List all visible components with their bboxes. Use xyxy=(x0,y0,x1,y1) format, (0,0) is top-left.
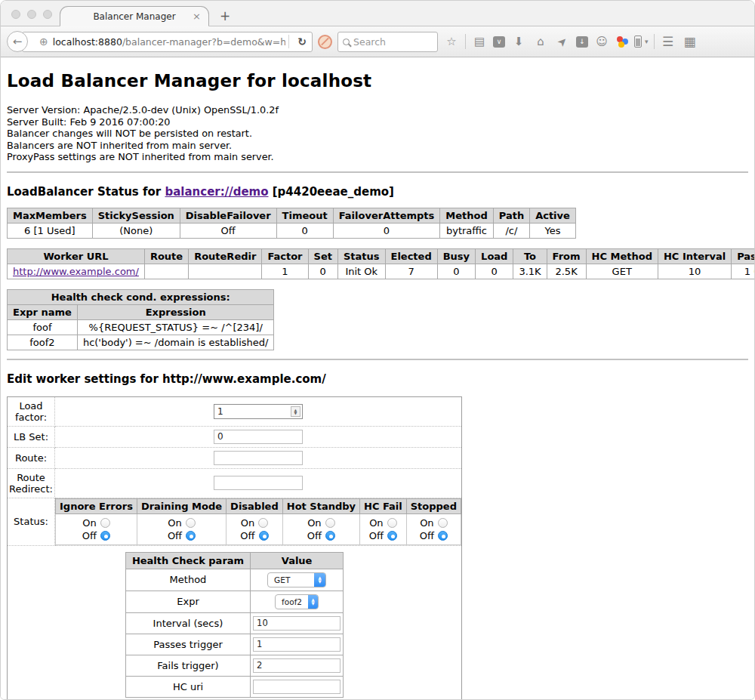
hc-method-select[interactable]: GET ▲▼ xyxy=(267,572,326,587)
close-window-button[interactable] xyxy=(11,10,20,19)
worker-status-table: Worker URL Route RouteRedir Factor Set S… xyxy=(7,248,755,279)
load-factor-label: Load factor: xyxy=(8,396,55,426)
off-label: Off xyxy=(82,529,97,542)
form-row-load-factor: Load factor: ▲▼ xyxy=(8,396,462,426)
table-row: foof2 hc('body') =~ /domain is establish… xyxy=(8,335,274,350)
zoom-window-button[interactable] xyxy=(43,10,52,19)
draining-mode-on-radio[interactable] xyxy=(186,518,196,528)
cell-load: 0 xyxy=(476,264,513,279)
hc-interval-input[interactable] xyxy=(253,616,341,631)
bookmark-star-icon[interactable]: ☆ xyxy=(443,36,460,48)
lb-status-heading-prefix: LoadBalancer Status for xyxy=(7,185,165,199)
ignore-errors-off-radio[interactable] xyxy=(100,531,110,541)
hc-expr-select[interactable]: foof2 ▲▼ xyxy=(275,594,319,609)
hc-uri-input[interactable] xyxy=(253,680,341,694)
tab-title: Balancer Manager xyxy=(93,11,175,22)
hot-standby-off-radio[interactable] xyxy=(325,531,335,541)
hc-fails-input[interactable] xyxy=(253,658,341,673)
worker-url-link[interactable]: http://www.example.com/ xyxy=(13,266,139,277)
battery-extension-icon[interactable] xyxy=(634,35,642,48)
stopped-off-radio[interactable] xyxy=(438,531,448,541)
hot-standby-on-radio[interactable] xyxy=(325,518,335,528)
proxypass-note-line: ProxyPass settings are NOT inherited fro… xyxy=(7,151,748,163)
col-active: Active xyxy=(530,208,576,223)
on-label: On xyxy=(82,517,96,529)
off-label: Off xyxy=(307,529,322,542)
home-icon[interactable]: ⌂ xyxy=(532,36,549,48)
pocket-icon[interactable]: ∨ xyxy=(493,36,505,48)
status-label: Status: xyxy=(8,498,55,545)
table-header-row: Worker URL Route RouteRedir Factor Set S… xyxy=(8,248,755,264)
new-tab-button[interactable]: + xyxy=(220,10,230,23)
stopped-on-radio[interactable] xyxy=(438,518,448,528)
disabled-off-radio[interactable] xyxy=(259,531,269,541)
search-input[interactable] xyxy=(353,36,433,48)
col-factor: Factor xyxy=(262,248,308,264)
reading-list-icon[interactable]: ▤ xyxy=(471,36,488,48)
tab-balancer-manager[interactable]: Balancer Manager × xyxy=(60,6,209,26)
col-status: Status xyxy=(337,248,385,264)
hc-fail-on-radio[interactable] xyxy=(387,518,397,528)
col-stickysession: StickySession xyxy=(92,208,180,223)
route-input[interactable] xyxy=(214,451,303,465)
load-factor-input[interactable] xyxy=(214,404,303,419)
colors-extension-icon[interactable] xyxy=(615,35,629,48)
toolbar-separator xyxy=(465,34,466,49)
screenshot-icon[interactable]: ↓ xyxy=(576,36,588,48)
on-label: On xyxy=(420,517,433,529)
cell-failoverattempts: 0 xyxy=(333,223,440,238)
adblock-icon[interactable] xyxy=(318,35,332,49)
route-redirect-input[interactable] xyxy=(214,476,303,490)
hc-expr-label: Expr xyxy=(125,591,250,612)
ignore-errors-on-radio[interactable] xyxy=(100,518,110,528)
cell-expression: %{REQUEST_STATUS} =~ /^[234]/ xyxy=(77,319,274,335)
page-content: Load Balancer Manager for localhost Serv… xyxy=(1,57,754,700)
reload-button[interactable]: ↻ xyxy=(292,35,312,48)
url-bar[interactable]: ⊕ localhost:8880/balancer-manager?b=demo… xyxy=(22,32,313,52)
back-button[interactable]: ← xyxy=(7,31,28,52)
minimize-window-button[interactable] xyxy=(27,10,36,19)
overflow-caret-icon[interactable]: ▾ xyxy=(645,38,649,45)
balancer-demo-link[interactable]: balancer://demo xyxy=(165,185,268,199)
search-icon xyxy=(343,39,350,45)
col-ignore-errors: Ignore Errors xyxy=(56,498,137,513)
col-from: From xyxy=(547,248,586,264)
tab-close-icon[interactable]: × xyxy=(193,11,201,21)
edit-worker-form: Load factor: ▲▼ LB Set: Route: Route Red… xyxy=(7,396,462,700)
col-hot-standby: Hot Standby xyxy=(282,498,359,513)
disabled-on-radio[interactable] xyxy=(258,518,268,528)
extension-grid-icon[interactable]: ▦ xyxy=(682,35,698,48)
server-built-line: Server Built: Feb 9 2016 07:00:20 xyxy=(7,116,748,128)
draining-mode-off-radio[interactable] xyxy=(186,531,196,541)
lb-set-input[interactable] xyxy=(214,430,303,444)
hc-passes-input[interactable] xyxy=(253,637,341,652)
cell-expression: hc('body') =~ /domain is established/ xyxy=(77,335,274,350)
send-tab-icon[interactable]: ➤ xyxy=(554,36,571,48)
table-title-row: Health check cond. expressions: xyxy=(8,289,274,304)
cell-hc-interval: 10 xyxy=(658,264,731,279)
col-method: Method xyxy=(440,208,493,223)
hc-interval-label: Interval (secs) xyxy=(125,612,250,634)
cell-routeredir xyxy=(189,264,262,279)
downloads-icon[interactable]: ⬇ xyxy=(510,36,527,48)
select-stepper-icon: ▲▼ xyxy=(314,573,325,587)
hc-expr-row: Expr foof2 ▲▼ xyxy=(125,591,343,612)
col-route: Route xyxy=(144,248,188,264)
form-row-health-check: Health Check param Value Method GET ▲▼ xyxy=(8,545,462,700)
feedback-smiley-icon[interactable]: ☺ xyxy=(593,36,610,48)
hc-method-row: Method GET ▲▼ xyxy=(125,569,343,591)
col-draining-mode: Draining Mode xyxy=(137,498,226,513)
route-redirect-label: Route Redirect: xyxy=(8,468,55,498)
on-label: On xyxy=(168,517,181,529)
hc-fail-off-radio[interactable] xyxy=(387,531,397,541)
health-check-param-table: Health Check param Value Method GET ▲▼ xyxy=(125,552,344,698)
off-label: Off xyxy=(420,529,434,542)
search-box[interactable] xyxy=(337,32,438,52)
form-row-status: Status: Ignore Errors Draining Mode Disa… xyxy=(8,498,462,545)
url-text[interactable]: localhost:8880/balancer-manager?b=demo&w… xyxy=(53,36,286,48)
number-stepper-icon[interactable]: ▲▼ xyxy=(291,406,300,417)
cell-factor: 1 xyxy=(262,264,308,279)
health-expressions-table: Health check cond. expressions: Expr nam… xyxy=(7,289,274,350)
menu-icon[interactable]: ☰ xyxy=(660,35,676,48)
col-set: Set xyxy=(308,248,337,264)
